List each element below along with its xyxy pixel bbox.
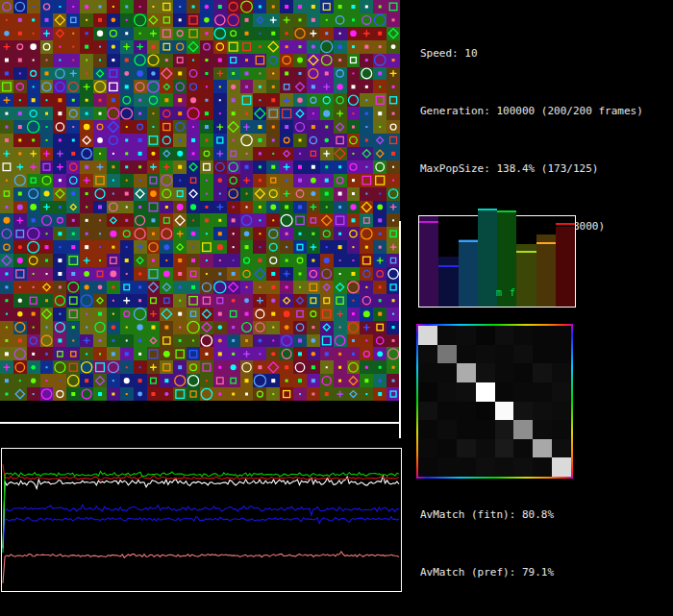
matrix-cell bbox=[552, 345, 571, 364]
matrix-cell bbox=[476, 382, 495, 402]
matrix-cell bbox=[476, 345, 495, 364]
matrix-cell bbox=[437, 345, 457, 364]
species-marker-line bbox=[419, 221, 438, 223]
species-bar bbox=[556, 227, 575, 307]
matrix-cell bbox=[418, 382, 437, 402]
matrix-cell bbox=[457, 345, 476, 364]
matrix-cell bbox=[552, 382, 571, 402]
matrix-cell bbox=[533, 420, 552, 439]
matrix-cell bbox=[476, 363, 495, 382]
species-marker-line bbox=[536, 242, 556, 244]
matrix-cell bbox=[418, 420, 437, 439]
matrix-cell bbox=[552, 439, 571, 458]
matrix-cell bbox=[418, 402, 437, 421]
population-grid-canvas bbox=[0, 0, 400, 401]
species-bar bbox=[516, 244, 536, 307]
matrix-cell bbox=[495, 420, 514, 439]
matrix-cell bbox=[495, 457, 514, 477]
species-marker-line bbox=[516, 251, 536, 253]
grid-right-border-line bbox=[399, 221, 401, 438]
matrix-cells bbox=[418, 326, 571, 477]
matrix-cell bbox=[476, 457, 495, 477]
stat-maxpopsize: MaxPopSize: 138.4% (173/125) bbox=[420, 160, 643, 179]
matrix-cell bbox=[476, 420, 495, 439]
species-marker-line bbox=[556, 223, 575, 225]
matrix-cell bbox=[418, 345, 437, 364]
matrix-cell bbox=[513, 457, 533, 477]
matrix-cell bbox=[552, 402, 571, 421]
matrix-cell bbox=[437, 326, 457, 345]
matrix-cell bbox=[513, 345, 533, 364]
simulation-window: Speed: 10 Generation: 100000 (200/200 fr… bbox=[0, 0, 673, 616]
matrix-cell bbox=[552, 420, 571, 439]
matrix-cell bbox=[437, 439, 457, 458]
matrix-cell bbox=[495, 439, 514, 458]
matrix-cell bbox=[418, 363, 437, 382]
matrix-cell bbox=[495, 402, 514, 421]
matrix-cell bbox=[418, 326, 437, 345]
matrix-cell bbox=[513, 382, 533, 402]
matrix-cell bbox=[513, 439, 533, 458]
matrix-cell bbox=[437, 402, 457, 421]
stat-avmatch-pref: AvMatch (pref): 79.1% bbox=[420, 563, 643, 582]
matrix-cell bbox=[476, 439, 495, 458]
bar-chart-mf-label: m f bbox=[496, 287, 516, 298]
matrix-cell bbox=[513, 363, 533, 382]
species-bar-chart: m f bbox=[418, 215, 576, 308]
history-chart-frame bbox=[1, 448, 402, 592]
matrix-cell bbox=[533, 439, 552, 458]
species-bar bbox=[459, 239, 478, 308]
matrix-cell bbox=[552, 326, 571, 345]
matrix-cell bbox=[513, 420, 533, 439]
matrix-cell bbox=[513, 326, 533, 345]
matrix-cell bbox=[457, 382, 476, 402]
species-bar bbox=[536, 234, 556, 307]
species-marker-line bbox=[438, 265, 458, 267]
matrix-cell bbox=[533, 326, 552, 345]
interaction-matrix bbox=[416, 324, 573, 479]
matrix-cell bbox=[457, 439, 476, 458]
matrix-cell bbox=[533, 345, 552, 364]
matrix-cell bbox=[418, 439, 437, 458]
stat-avmatch-fitn: AvMatch (fitn): 80.8% bbox=[420, 505, 643, 525]
matrix-cell bbox=[437, 382, 457, 402]
stat-speed: Speed: 10 bbox=[420, 44, 643, 63]
matrix-cell bbox=[437, 420, 457, 439]
matrix-cell bbox=[495, 345, 514, 364]
matrix-cell bbox=[533, 363, 552, 382]
matrix-cell bbox=[457, 326, 476, 345]
matrix-cell bbox=[457, 363, 476, 382]
matrix-cell bbox=[552, 457, 571, 477]
matrix-border-bottom bbox=[416, 477, 573, 479]
matrix-cell bbox=[437, 363, 457, 382]
matrix-cell bbox=[533, 457, 552, 477]
matrix-cell bbox=[552, 363, 571, 382]
matrix-cell bbox=[495, 326, 514, 345]
matrix-cell bbox=[457, 402, 476, 421]
species-bar bbox=[478, 209, 497, 307]
matrix-cell bbox=[457, 457, 476, 477]
matrix-cell bbox=[495, 382, 514, 402]
history-line-canvas bbox=[2, 449, 401, 591]
stats-panel: Speed: 10 Generation: 100000 (200/200 fr… bbox=[420, 6, 643, 616]
species-marker-line bbox=[459, 240, 478, 242]
matrix-cell bbox=[513, 402, 533, 421]
matrix-cell bbox=[476, 326, 495, 345]
matrix-cell bbox=[533, 402, 552, 421]
species-marker-line bbox=[478, 209, 497, 210]
grid-bottom-axis-line bbox=[0, 422, 401, 424]
stat-generation: Generation: 100000 (200/200 frames) bbox=[420, 102, 643, 121]
matrix-cell bbox=[533, 382, 552, 402]
matrix-cell bbox=[476, 402, 495, 421]
matrix-cell bbox=[418, 457, 437, 477]
matrix-cell bbox=[495, 363, 514, 382]
matrix-border-right bbox=[571, 324, 573, 479]
matrix-cell bbox=[437, 457, 457, 477]
species-bar bbox=[419, 216, 438, 307]
matrix-cell bbox=[457, 420, 476, 439]
species-marker-line bbox=[497, 210, 516, 212]
